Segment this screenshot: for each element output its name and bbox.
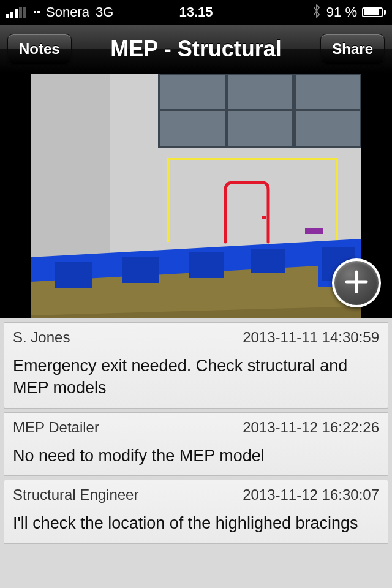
comment-time: 2013-11-12 16:30:07 xyxy=(243,486,379,503)
comment-time: 2013-11-11 14:30:59 xyxy=(243,329,379,346)
comment-item[interactable]: Structural Engineer 2013-11-12 16:30:07 … xyxy=(4,480,388,543)
comment-item[interactable]: S. Jones 2013-11-11 14:30:59 Emergency e… xyxy=(4,322,388,409)
svg-rect-15 xyxy=(305,228,323,234)
comment-time: 2013-11-12 16:22:26 xyxy=(243,419,379,436)
add-button[interactable] xyxy=(332,258,381,307)
carrier-label: Sonera xyxy=(46,4,89,20)
notes-button[interactable]: Notes xyxy=(7,34,72,64)
model-viewer[interactable] xyxy=(0,74,392,318)
comment-author: S. Jones xyxy=(13,329,70,346)
status-bar: Sonera 3G 13.15 91 % xyxy=(0,0,392,24)
comment-body: I'll check the location of the highlighe… xyxy=(13,512,379,534)
battery-icon xyxy=(362,7,386,17)
svg-rect-11 xyxy=(189,252,224,278)
comment-body: No need to modify the MEP model xyxy=(13,445,379,467)
svg-rect-10 xyxy=(123,257,159,283)
comment-body: Emergency exit needed. Check structural … xyxy=(13,355,379,399)
comment-author: MEP Detailer xyxy=(13,419,99,436)
comments-list[interactable]: S. Jones 2013-11-11 14:30:59 Emergency e… xyxy=(0,318,392,588)
svg-rect-9 xyxy=(55,262,92,288)
bluetooth-icon xyxy=(312,4,322,21)
page-title: MEP - Structural xyxy=(110,36,281,62)
plus-icon xyxy=(343,268,370,298)
status-time: 13.15 xyxy=(179,4,213,20)
comment-item[interactable]: MEP Detailer 2013-11-12 16:22:26 No need… xyxy=(4,412,388,476)
status-right: 91 % xyxy=(312,4,386,21)
comment-author: Structural Engineer xyxy=(13,486,138,503)
signal-dots-icon xyxy=(34,11,40,13)
svg-marker-1 xyxy=(31,74,110,276)
svg-rect-12 xyxy=(251,249,285,273)
signal-icon xyxy=(6,7,26,18)
network-label: 3G xyxy=(96,4,113,20)
share-button[interactable]: Share xyxy=(320,34,385,64)
battery-percent: 91 % xyxy=(326,4,357,20)
nav-bar: Notes MEP - Structural Share xyxy=(0,24,392,74)
status-left: Sonera 3G xyxy=(6,4,113,20)
model-scene[interactable] xyxy=(31,74,361,318)
